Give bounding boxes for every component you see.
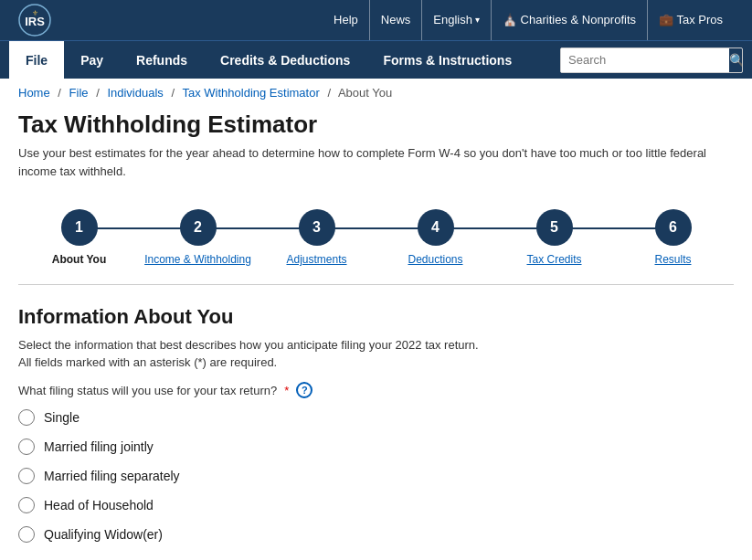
breadcrumb-individuals[interactable]: Individuals (107, 86, 163, 100)
main-navbar: File Pay Refunds Credits & Deductions Fo… (0, 40, 752, 79)
step-3-label[interactable]: Adjustments (286, 253, 346, 266)
breadcrumb-sep-4: / (327, 86, 331, 100)
filing-status-options: Single Married filing jointly Married fi… (18, 409, 734, 543)
option-married-jointly-label: Married filing jointly (44, 439, 154, 454)
option-qualifying-widow[interactable]: Qualifying Widow(er) (18, 526, 734, 543)
option-married-separately-label: Married filing separately (44, 469, 180, 483)
nav-refunds[interactable]: Refunds (120, 41, 204, 79)
section-title: Information About You (18, 305, 734, 329)
chevron-down-icon: ▾ (475, 0, 480, 40)
step-4: 4 Deductions (376, 209, 495, 266)
taxpros-link[interactable]: 💼 Tax Pros (648, 0, 734, 40)
filing-status-question-text: What filing status will you use for your… (18, 384, 277, 397)
breadcrumb-sep-3: / (171, 86, 175, 100)
step-2-circle: 2 (180, 209, 217, 246)
step-2-label[interactable]: Income & Withholding (144, 253, 251, 266)
option-qualifying-widow-label: Qualifying Widow(er) (44, 527, 163, 542)
step-5-label[interactable]: Tax Credits (526, 253, 581, 266)
step-1: 1 About You (20, 209, 139, 266)
required-asterisk: * (284, 384, 289, 397)
breadcrumb-home[interactable]: Home (18, 86, 50, 100)
info-section: Information About You Select the informa… (0, 294, 752, 560)
breadcrumb: Home / File / Individuals / Tax Withhold… (0, 79, 752, 107)
help-icon[interactable]: ? (296, 382, 312, 398)
irs-logo: IRS ⚜ (18, 4, 51, 37)
breadcrumb-sep-2: / (96, 86, 100, 100)
step-6-circle: 6 (655, 209, 692, 246)
english-link[interactable]: English ▾ (422, 0, 492, 40)
search-input[interactable] (561, 48, 729, 72)
step-5: 5 Tax Credits (495, 209, 614, 266)
logo-area: IRS ⚜ (18, 4, 51, 37)
top-nav-links: Help News English ▾ ⛪ Charities & Nonpro… (323, 0, 734, 40)
page-title: Tax Withholding Estimator (18, 111, 734, 139)
main-nav-links: File Pay Refunds Credits & Deductions Fo… (9, 41, 528, 79)
radio-qualifying-widow[interactable] (18, 526, 35, 543)
section-divider (18, 284, 734, 285)
option-married-jointly[interactable]: Married filing jointly (18, 438, 734, 455)
stepper: 1 About You 2 Income & Withholding 3 Adj… (20, 209, 733, 266)
stepper-container: 1 About You 2 Income & Withholding 3 Adj… (0, 191, 752, 275)
option-single-label: Single (44, 410, 79, 425)
breadcrumb-current: About You (338, 86, 392, 100)
charities-icon: ⛪ (503, 13, 521, 26)
option-single[interactable]: Single (18, 409, 734, 426)
step-3: 3 Adjustments (258, 209, 376, 266)
radio-single[interactable] (18, 409, 35, 426)
radio-married-separately[interactable] (18, 468, 35, 484)
nav-pay[interactable]: Pay (64, 41, 120, 79)
breadcrumb-sep-1: / (58, 86, 61, 100)
step-6: 6 Results (614, 209, 733, 266)
briefcase-icon: 💼 (659, 13, 676, 26)
nav-file[interactable]: File (9, 41, 64, 79)
step-6-label[interactable]: Results (654, 253, 691, 266)
step-4-label[interactable]: Deductions (408, 253, 462, 266)
breadcrumb-file[interactable]: File (69, 86, 89, 100)
step-3-circle: 3 (299, 209, 335, 246)
nav-credits-deductions[interactable]: Credits & Deductions (204, 41, 366, 79)
step-1-circle: 1 (61, 209, 98, 246)
radio-head-of-household[interactable] (18, 497, 35, 513)
svg-text:⚜: ⚜ (32, 9, 38, 17)
step-2: 2 Income & Withholding (139, 209, 258, 266)
english-dropdown[interactable]: English ▾ (433, 0, 480, 40)
search-bar: 🔍 (560, 48, 743, 73)
section-description: Select the information that best describ… (18, 338, 734, 352)
radio-married-jointly[interactable] (18, 438, 35, 455)
step-4-circle: 4 (418, 209, 454, 246)
filing-status-question: What filing status will you use for your… (18, 382, 734, 398)
required-note: All fields marked with an asterisk (*) a… (18, 355, 734, 369)
step-5-circle: 5 (536, 209, 573, 246)
help-link[interactable]: Help (323, 0, 370, 40)
option-married-separately[interactable]: Married filing separately (18, 468, 734, 484)
search-button[interactable]: 🔍 (729, 48, 743, 72)
top-navbar: IRS ⚜ Help News English ▾ ⛪ Charities & … (0, 0, 752, 40)
option-head-of-household[interactable]: Head of Household (18, 497, 734, 513)
page-description: Use your best estimates for the year ahe… (18, 144, 713, 180)
option-head-of-household-label: Head of Household (44, 498, 154, 512)
page-header: Tax Withholding Estimator Use your best … (0, 107, 752, 191)
charities-link[interactable]: ⛪ Charities & Nonprofits (492, 0, 648, 40)
news-link[interactable]: News (370, 0, 423, 40)
step-1-label[interactable]: About You (52, 253, 107, 266)
breadcrumb-estimator[interactable]: Tax Withholding Estimator (182, 86, 319, 100)
nav-forms-instructions[interactable]: Forms & Instructions (366, 41, 528, 79)
